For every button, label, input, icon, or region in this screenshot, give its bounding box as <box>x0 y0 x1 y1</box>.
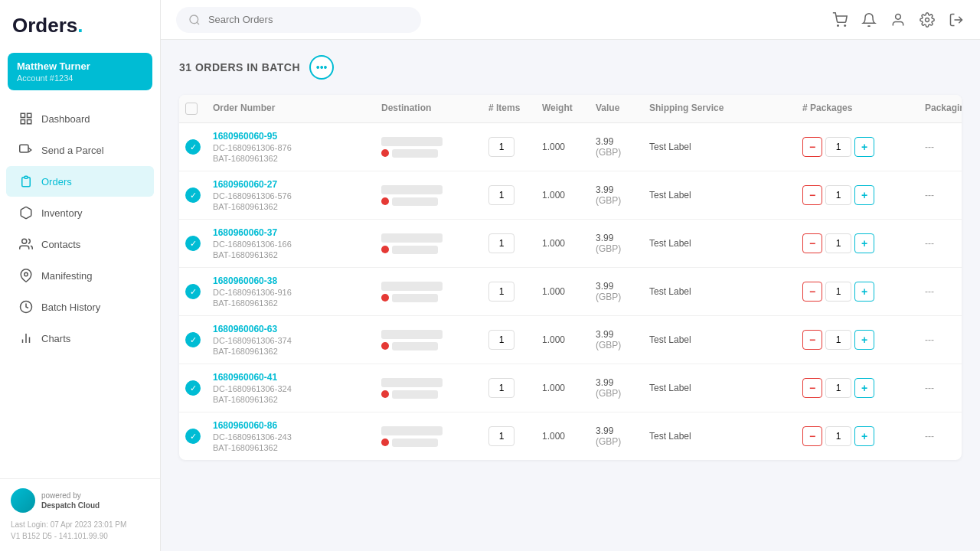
packages-input[interactable] <box>825 426 851 446</box>
powered-by: powered by Despatch Cloud <box>11 488 149 513</box>
packages-input[interactable] <box>825 233 851 253</box>
destination-cell <box>375 233 482 254</box>
packaging-cell: --- <box>919 142 962 152</box>
sidebar: Orders. Matthew Turner Account #1234 Das… <box>0 0 161 551</box>
packages-minus[interactable]: − <box>802 282 822 302</box>
search-wrap[interactable] <box>176 7 421 33</box>
destination-cell <box>375 378 482 399</box>
order-id[interactable]: 1680960060-63 <box>213 324 369 334</box>
svg-point-14 <box>844 24 846 26</box>
order-id[interactable]: 1680960060-86 <box>213 420 369 431</box>
bell-icon[interactable] <box>861 11 877 28</box>
items-input[interactable] <box>488 137 514 157</box>
order-ref-2: BAT-1680961362 <box>213 395 369 404</box>
sidebar-item-label: Inventory <box>41 207 82 219</box>
col-packages: # Packages <box>796 103 919 115</box>
packages-plus[interactable]: + <box>854 137 874 157</box>
packages-input[interactable] <box>825 282 851 302</box>
packages-minus[interactable]: − <box>802 426 822 446</box>
batch-icon <box>18 299 34 315</box>
order-ref-1: DC-1680961306-324 <box>213 384 369 393</box>
inventory-icon <box>18 205 34 220</box>
sidebar-item-manifesting[interactable]: Manifesting <box>6 260 154 291</box>
weight-cell: 1.000 <box>536 383 590 393</box>
order-ref-1: DC-1680961306-916 <box>213 288 369 297</box>
items-input[interactable] <box>488 233 514 253</box>
sidebar-item-send-parcel[interactable]: Send a Parcel <box>6 135 154 165</box>
sidebar-item-label: Manifesting <box>41 270 92 282</box>
packages-plus[interactable]: + <box>854 233 874 253</box>
packages-minus[interactable]: − <box>802 185 822 205</box>
items-cell <box>482 233 536 253</box>
row-checkbox[interactable]: ✓ <box>179 380 207 396</box>
packages-input[interactable] <box>825 330 851 350</box>
checked-icon: ✓ <box>185 380 201 396</box>
logout-icon[interactable] <box>948 11 965 28</box>
packages-minus[interactable]: − <box>802 330 822 350</box>
order-number-cell: 1680960060-37 DC-1680961306-166 BAT-1680… <box>207 227 375 259</box>
search-input[interactable] <box>208 14 410 25</box>
flag-dot <box>381 246 389 253</box>
weight-cell: 1.000 <box>536 286 590 297</box>
settings-icon[interactable] <box>919 11 936 28</box>
order-id[interactable]: 1680960060-41 <box>213 372 369 383</box>
order-ref-2: BAT-1680961362 <box>213 154 369 163</box>
sidebar-item-dashboard[interactable]: Dashboard <box>6 103 154 134</box>
sidebar-item-inventory[interactable]: Inventory <box>6 197 154 228</box>
row-checkbox[interactable]: ✓ <box>179 332 207 347</box>
destination-cell <box>375 137 482 158</box>
value-cell: 3.99(GBP) <box>590 184 643 206</box>
packages-minus[interactable]: − <box>802 378 822 398</box>
svg-point-13 <box>838 24 839 26</box>
packaging-cell: --- <box>919 334 962 345</box>
packages-minus[interactable]: − <box>802 233 822 253</box>
row-checkbox[interactable]: ✓ <box>179 187 207 203</box>
row-checkbox[interactable]: ✓ <box>179 139 207 155</box>
dest-flag <box>381 149 476 158</box>
contacts-icon <box>18 236 34 252</box>
packages-plus[interactable]: + <box>854 426 874 446</box>
packages-plus[interactable]: + <box>854 282 874 302</box>
svg-rect-3 <box>28 120 31 124</box>
sidebar-item-orders[interactable]: Orders <box>6 166 154 197</box>
items-input[interactable] <box>488 426 514 446</box>
order-id[interactable]: 1680960060-95 <box>213 131 369 142</box>
order-number-cell: 1680960060-27 DC-1680961306-576 BAT-1680… <box>207 179 375 211</box>
dest-flag <box>381 197 476 206</box>
cart-icon[interactable] <box>831 11 848 28</box>
order-number-cell: 1680960060-38 DC-1680961306-916 BAT-1680… <box>207 276 375 308</box>
sidebar-item-batch-history[interactable]: Batch History <box>6 292 154 322</box>
items-input[interactable] <box>488 378 514 398</box>
sidebar-item-charts[interactable]: Charts <box>6 323 154 354</box>
topbar <box>161 0 980 40</box>
value-cell: 3.99(GBP) <box>590 233 643 254</box>
user-icon[interactable] <box>890 11 906 28</box>
more-button[interactable]: ••• <box>309 55 334 80</box>
user-card[interactable]: Matthew Turner Account #1234 <box>8 53 152 90</box>
packages-minus[interactable]: − <box>802 137 822 157</box>
table-row: ✓ 1680960060-37 DC-1680961306-166 BAT-16… <box>179 220 962 268</box>
row-checkbox[interactable]: ✓ <box>179 429 207 444</box>
value-cell: 3.99(GBP) <box>590 329 643 350</box>
order-id[interactable]: 1680960060-27 <box>213 179 369 190</box>
packages-plus[interactable]: + <box>854 185 874 205</box>
destination-cell <box>375 282 482 302</box>
items-input[interactable] <box>488 282 514 302</box>
batch-header: 31 ORDERS IN BATCH ••• <box>179 55 962 80</box>
packages-input[interactable] <box>825 378 851 398</box>
sidebar-item-contacts[interactable]: Contacts <box>6 229 154 259</box>
row-checkbox[interactable]: ✓ <box>179 236 207 251</box>
order-id[interactable]: 1680960060-38 <box>213 276 369 286</box>
table-row: ✓ 1680960060-38 DC-1680961306-916 BAT-16… <box>179 268 962 316</box>
packages-plus[interactable]: + <box>854 378 874 398</box>
items-cell <box>482 330 536 350</box>
row-checkbox[interactable]: ✓ <box>179 284 207 299</box>
packages-plus[interactable]: + <box>854 330 874 350</box>
col-value: Value <box>590 103 643 115</box>
packages-input[interactable] <box>825 137 851 157</box>
svg-point-16 <box>926 18 929 21</box>
order-id[interactable]: 1680960060-37 <box>213 227 369 238</box>
packages-input[interactable] <box>825 185 851 205</box>
items-input[interactable] <box>488 185 514 205</box>
items-input[interactable] <box>488 330 514 350</box>
